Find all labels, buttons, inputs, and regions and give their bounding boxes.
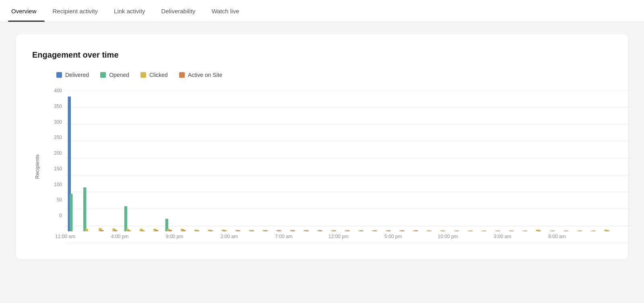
bar-active_on_site-5: [142, 230, 144, 231]
bar-active_on_site-14: [264, 230, 267, 231]
chart-plot-area: 400 350 300 250 200 150 100 50 0: [45, 90, 612, 243]
chart-title: Engagement over time: [32, 50, 612, 60]
delivered-label: Delivered: [65, 72, 89, 78]
bar-active_on_site-36: [565, 230, 568, 231]
x-tick-2: 9:00 pm: [166, 234, 183, 239]
bar-active_on_site-21: [360, 230, 363, 231]
bar-active_on_site-28: [456, 230, 459, 231]
bar-active_on_site-17: [305, 230, 308, 231]
x-tick-1: 4:00 pm: [111, 234, 128, 239]
tab-bar: Overview Recipient activity Link activit…: [0, 0, 644, 22]
tab-overview[interactable]: Overview: [8, 0, 45, 22]
chart-card: Engagement over time Delivered Opened Cl…: [16, 34, 628, 259]
x-tick-6: 5:00 pm: [384, 234, 402, 239]
bar-active_on_site-12: [237, 230, 240, 231]
bar-active_on_site-35: [551, 230, 554, 231]
x-tick-3: 2:00 am: [221, 234, 238, 239]
bar-active_on_site-30: [483, 230, 486, 231]
bar-active_on_site-22: [374, 230, 377, 231]
bar-active_on_site-7: [169, 230, 172, 231]
bar-active_on_site-9: [196, 230, 199, 231]
bar-active_on_site-10: [210, 230, 213, 231]
bar-active_on_site-4: [128, 230, 131, 231]
y-tick-150: 150: [54, 166, 62, 172]
bar-active_on_site-27: [442, 230, 445, 231]
legend-clicked: Clicked: [140, 72, 168, 78]
clicked-label: Clicked: [149, 72, 168, 78]
legend-opened: Opened: [100, 72, 129, 78]
chart-legend: Delivered Opened Clicked Active on Site: [56, 72, 612, 78]
bar-active_on_site-16: [292, 230, 295, 231]
y-tick-200: 200: [54, 150, 62, 156]
bar-active_on_site-26: [429, 230, 431, 231]
bar-active_on_site-33: [524, 230, 527, 231]
opened-label: Opened: [109, 72, 129, 78]
bar-opened-1: [83, 187, 86, 231]
main-content: Engagement over time Delivered Opened Cl…: [8, 22, 636, 272]
bar-active_on_site-6: [155, 230, 158, 231]
bar-clicked-1: [85, 229, 88, 231]
tab-watch-live[interactable]: Watch live: [204, 0, 248, 22]
bar-active_on_site-18: [319, 230, 322, 231]
opened-swatch: [100, 72, 106, 78]
x-tick-8: 3:00 am: [494, 234, 511, 239]
bar-active_on_site-2: [101, 230, 103, 231]
legend-active-on-site: Active on Site: [179, 72, 223, 78]
y-tick-0: 0: [59, 213, 62, 218]
bar-active_on_site-15: [278, 230, 281, 231]
x-tick-5: 12:00 pm: [328, 234, 349, 239]
bar-active_on_site-11: [223, 230, 226, 231]
y-tick-350: 350: [54, 104, 62, 109]
y-tick-300: 300: [54, 119, 62, 125]
y-tick-400: 400: [54, 88, 62, 93]
bar-active_on_site-13: [251, 230, 254, 231]
bar-active_on_site-8: [183, 230, 186, 231]
y-tick-250: 250: [54, 135, 62, 140]
y-tick-50: 50: [57, 197, 62, 203]
y-axis-label: Recipients: [32, 90, 42, 243]
bar-active_on_site-38: [592, 230, 595, 231]
x-tick-9: 8:00 am: [549, 234, 566, 239]
x-axis: 11:00 am4:00 pm9:00 pm2:00 am7:00 am12:0…: [65, 232, 612, 243]
tab-deliverability[interactable]: Deliverability: [153, 0, 204, 22]
bar-active_on_site-24: [401, 230, 404, 231]
bar-opened-0: [70, 194, 72, 231]
bars-svg: [65, 90, 612, 231]
bar-active_on_site-32: [510, 230, 513, 231]
active-on-site-label: Active on Site: [188, 72, 223, 78]
y-axis-ticks: 400 350 300 250 200 150 100 50 0: [45, 90, 65, 231]
bar-active_on_site-19: [333, 230, 336, 231]
bar-active_on_site-39: [606, 230, 609, 231]
bar-opened-4: [124, 206, 127, 231]
legend-delivered: Delivered: [56, 72, 89, 78]
bar-active_on_site-29: [470, 230, 473, 231]
x-tick-0: 11:00 am: [55, 234, 75, 239]
bar-active_on_site-34: [538, 230, 541, 231]
x-tick-4: 7:00 am: [275, 234, 293, 239]
delivered-swatch: [56, 72, 62, 78]
tab-recipient-activity[interactable]: Recipient activity: [45, 0, 106, 22]
chart-inner: Recipients: [32, 90, 612, 243]
active-on-site-swatch: [179, 72, 185, 78]
tab-link-activity[interactable]: Link activity: [106, 0, 153, 22]
bar-active_on_site-37: [579, 230, 582, 231]
y-tick-100: 100: [54, 182, 62, 187]
bar-active_on_site-25: [415, 230, 418, 231]
bar-active_on_site-20: [347, 230, 349, 231]
x-tick-7: 10:00 pm: [438, 234, 458, 239]
bar-active_on_site-23: [388, 230, 390, 231]
chart-plot: 400 350 300 250 200 150 100 50 0: [45, 90, 612, 243]
bar-active_on_site-31: [497, 230, 500, 231]
clicked-swatch: [140, 72, 146, 78]
bar-active_on_site-3: [114, 230, 117, 231]
